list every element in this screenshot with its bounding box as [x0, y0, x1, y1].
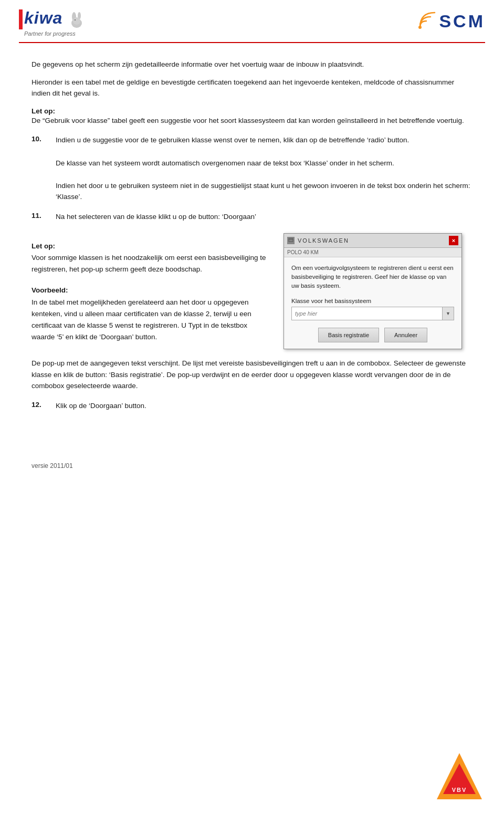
svg-point-3 — [73, 17, 80, 25]
list-item-10: 10. Indien u de suggestie voor de te geb… — [32, 134, 472, 203]
item-11-text: Na het selecteren van de klasse klikt u … — [56, 213, 256, 221]
popup-close-button[interactable]: × — [449, 236, 458, 245]
popup-window: VOLKSWAGEN × POLO 40 KM Om een voertuigv… — [284, 233, 462, 350]
item-12-number: 12. — [32, 400, 46, 409]
popup-window-icon — [287, 237, 295, 244]
vbv-logo: VBV — [436, 752, 483, 803]
partner-tagline: Partner for progress — [24, 30, 76, 37]
popup-class-input[interactable] — [291, 307, 443, 320]
item-11-number: 11. — [32, 211, 46, 220]
voorbeeld-label: Voorbeeld: — [32, 286, 68, 294]
kiwa-logo: kiwa Partner for progress — [19, 9, 87, 37]
svg-rect-6 — [289, 238, 293, 242]
left-column: Let op: Voor sommige klassen is het nood… — [32, 233, 268, 343]
item-10-text-1: Indien u de suggestie voor de te gebruik… — [56, 136, 409, 144]
scm-wordmark: SCM — [439, 12, 485, 30]
popup-input-row: ▼ — [291, 307, 454, 320]
item-12-content: Klik op de ‘Doorgaan’ button. — [56, 400, 472, 412]
item-11-content: Na het selecteren van de klasse klikt u … — [56, 211, 472, 223]
note-1-label: Let op: — [32, 107, 55, 115]
voorbeeld-text: In de tabel met mogelijkheden gerelateer… — [32, 298, 251, 341]
popup-subtitle: POLO 40 KM — [284, 248, 461, 257]
item-10-content: Indien u de suggestie voor de te gebruik… — [56, 134, 472, 203]
scm-logo: SCM — [417, 9, 485, 30]
note-1-text: De “Gebruik voor klasse” tabel geeft een… — [32, 117, 464, 124]
list-item-11: 11. Na het selecteren van de klasse klik… — [32, 211, 472, 223]
kiwa-red-bar — [19, 9, 23, 29]
note-2: Let op: Voor sommige klassen is het nood… — [32, 241, 268, 276]
footer: versie 2011/01 — [0, 436, 504, 480]
popup-message: Om een voertuigvolgsysteem te registrere… — [291, 264, 454, 291]
paragraph-2: Hieronder is een tabel met de geldige en… — [32, 77, 472, 99]
item-12-text: Klik op de ‘Doorgaan’ button. — [56, 402, 146, 410]
note-2-text: Voor sommige klassen is het noodzakelijk… — [32, 254, 266, 273]
item-10-text-2: De klasse van het systeem wordt automati… — [56, 159, 394, 167]
kiwa-rabbit-icon — [67, 9, 87, 29]
list-item-12: 12. Klik op de ‘Doorgaan’ button. — [32, 400, 472, 412]
header: kiwa Partner for progress — [0, 0, 504, 42]
popup-titlebar: VOLKSWAGEN × — [284, 234, 461, 248]
paragraph-1: De gegevens op het scherm zijn gedetaill… — [32, 59, 472, 70]
svg-text:VBV: VBV — [452, 787, 467, 793]
scm-signal-icon — [417, 12, 436, 30]
popup-title-left: VOLKSWAGEN — [287, 237, 349, 244]
page-container: kiwa Partner for progress — [0, 0, 504, 814]
item-10-text-3: Indien het door u te gebruiken systeem n… — [56, 182, 470, 201]
note-1: Let op: De “Gebruik voor klasse” tabel g… — [32, 107, 472, 127]
popup-buttons: Basis registratie Annuleer — [291, 328, 454, 342]
note-2-label: Let op: — [32, 242, 55, 250]
main-content: De gegevens op het scherm zijn gedetaill… — [0, 43, 504, 436]
svg-point-4 — [75, 19, 76, 20]
popup-dropdown-arrow[interactable]: ▼ — [443, 307, 454, 320]
version-label: versie 2011/01 — [32, 462, 472, 469]
annuleer-button[interactable]: Annuleer — [384, 328, 427, 342]
basis-registratie-button[interactable]: Basis registratie — [318, 328, 379, 342]
two-col-section: Let op: Voor sommige klassen is het nood… — [32, 233, 472, 350]
item-10-number: 10. — [32, 134, 46, 143]
popup-title: VOLKSWAGEN — [298, 237, 349, 244]
paragraph-popup: De pop-up met de aangegeven tekst versch… — [32, 358, 472, 392]
right-column: VOLKSWAGEN × POLO 40 KM Om een voertuigv… — [284, 233, 472, 350]
voorbeeld-section: Voorbeeld: In de tabel met mogelijkheden… — [32, 285, 268, 343]
kiwa-wordmark: kiwa — [24, 9, 62, 29]
popup-body: Om een voertuigvolgsysteem te registrere… — [284, 257, 461, 349]
popup-input-label: Klasse voor het basissysteem — [291, 298, 454, 304]
